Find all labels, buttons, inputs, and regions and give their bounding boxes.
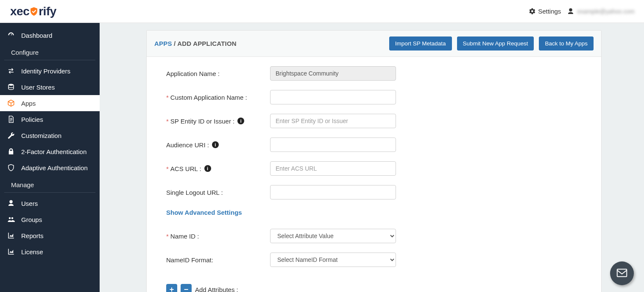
sidebar-item-label: Adaptive Authentication (21, 164, 88, 171)
sidebar-item-identity-providers[interactable]: Identity Providers (0, 63, 100, 79)
user-icon (567, 8, 574, 15)
sidebar: Dashboard Configure Identity Providers U… (0, 23, 100, 292)
sidebar-item-label: Reports (21, 232, 44, 239)
acs-url-label: *ACS URL :i (166, 165, 270, 172)
svg-point-2 (11, 217, 14, 219)
chart-icon (7, 248, 15, 256)
gear-icon (529, 8, 536, 15)
settings-link[interactable]: Settings (529, 8, 561, 15)
sidebar-item-dashboard[interactable]: Dashboard (0, 27, 100, 43)
group-icon (7, 216, 15, 223)
sidebar-item-label: Policies (21, 116, 43, 123)
show-advanced-settings-link[interactable]: Show Advanced Settings (166, 209, 242, 216)
custom-application-name-label: *Custom Application Name : (166, 94, 270, 101)
custom-application-name-input[interactable] (270, 90, 396, 104)
sidebar-item-user-stores[interactable]: User Stores (0, 79, 100, 95)
sidebar-item-2fa[interactable]: 2-Factor Authentication (0, 143, 100, 160)
submit-new-app-request-button[interactable]: Submit New App Request (457, 36, 534, 51)
sp-entity-id-input[interactable] (270, 114, 396, 128)
remove-attribute-button[interactable]: − (181, 284, 192, 292)
chart-icon (7, 232, 15, 239)
add-attributes-label: Add Attributes : (195, 286, 238, 292)
lock-icon (7, 148, 15, 155)
brand-logo[interactable]: xec rify (10, 5, 56, 18)
box-icon (7, 99, 15, 107)
sidebar-item-reports[interactable]: Reports (0, 227, 100, 244)
user-menu[interactable]: example@yahoo.com (567, 8, 635, 15)
mail-icon (616, 267, 628, 281)
sp-entity-id-label: *SP Entity ID or Issuer :i (166, 118, 270, 125)
nameid-format-label: NameID Format: (166, 256, 270, 264)
add-attribute-button[interactable]: + (166, 284, 177, 292)
info-icon[interactable]: i (212, 141, 219, 148)
svg-point-0 (8, 84, 14, 86)
sidebar-item-label: Apps (21, 100, 36, 107)
sidebar-item-license[interactable]: License (0, 244, 100, 260)
user-icon (7, 199, 15, 207)
back-to-my-apps-button[interactable]: Back to My Apps (539, 36, 594, 51)
nameid-format-select[interactable]: Select NameID Format (270, 253, 396, 267)
breadcrumb-sep: / (174, 40, 177, 47)
breadcrumb-apps-link[interactable]: APPS (154, 40, 172, 47)
name-id-select[interactable]: Select Attribute Value (270, 229, 396, 243)
sidebar-item-label: Users (21, 200, 38, 207)
single-logout-url-label: Single Logout URL : (166, 189, 270, 196)
brand-post: rify (39, 5, 56, 18)
sidebar-item-label: Customization (21, 132, 61, 139)
info-icon[interactable]: i (237, 118, 244, 124)
sidebar-item-apps[interactable]: Apps (0, 95, 100, 111)
single-logout-url-input[interactable] (270, 185, 396, 199)
sidebar-item-label: User Stores (21, 84, 55, 91)
application-name-label: Application Name : (166, 70, 270, 77)
panel-header: APPS / ADD APPLICATION Import SP Metadat… (147, 31, 601, 57)
audience-uri-label: Audience URI :i (166, 141, 270, 149)
topbar: xec rify Settings example@yahoo.com (0, 0, 644, 23)
svg-point-1 (9, 217, 11, 219)
sidebar-item-users[interactable]: Users (0, 195, 100, 211)
sidebar-item-policies[interactable]: Policies (0, 111, 100, 127)
brand-shield-icon (29, 6, 39, 17)
panel-body: Application Name : *Custom Application N… (147, 57, 601, 292)
swap-icon (7, 67, 15, 75)
info-icon[interactable]: i (204, 165, 211, 172)
breadcrumb: APPS / ADD APPLICATION (154, 40, 237, 47)
wrench-icon (7, 132, 15, 139)
main-content: APPS / ADD APPLICATION Import SP Metadat… (100, 23, 644, 292)
sidebar-item-label: 2-Factor Authentication (21, 148, 86, 155)
sidebar-item-label: Identity Providers (21, 67, 70, 75)
name-id-label: *Name ID : (166, 233, 270, 240)
application-name-input (270, 66, 396, 81)
sidebar-item-label: Groups (21, 216, 42, 223)
acs-url-input[interactable] (270, 161, 396, 176)
brand-pre: xec (10, 5, 29, 18)
sidebar-item-groups[interactable]: Groups (0, 211, 100, 227)
user-email: example@yahoo.com (577, 8, 635, 15)
sidebar-item-customization[interactable]: Customization (0, 127, 100, 143)
audience-uri-input[interactable] (270, 138, 396, 152)
breadcrumb-current: ADD APPLICATION (177, 40, 237, 47)
dashboard-icon (7, 31, 15, 39)
doc-icon (7, 115, 15, 123)
shield-icon (7, 164, 15, 171)
import-sp-metadata-button[interactable]: Import SP Metadata (389, 36, 452, 51)
settings-label: Settings (538, 8, 561, 15)
sidebar-section-configure: Configure (4, 45, 95, 60)
sidebar-item-adaptive-auth[interactable]: Adaptive Authentication (0, 160, 100, 176)
db-icon (7, 83, 15, 91)
sidebar-item-label: License (21, 248, 43, 256)
add-application-panel: APPS / ADD APPLICATION Import SP Metadat… (146, 30, 602, 292)
sidebar-item-label: Dashboard (21, 32, 52, 39)
chat-fab[interactable] (610, 261, 634, 285)
svg-rect-3 (617, 269, 627, 277)
add-attributes-row: + − Add Attributes : (166, 284, 582, 292)
sidebar-section-manage: Manage (4, 177, 95, 193)
